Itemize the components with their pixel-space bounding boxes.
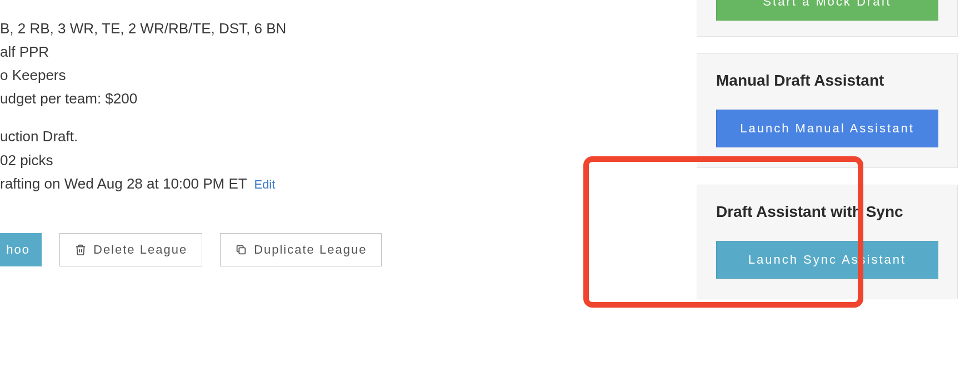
launch-manual-assistant-button[interactable]: Launch Manual Assistant (716, 110, 938, 147)
sync-assistant-panel: Draft Assistant with Sync Launch Sync As… (697, 185, 958, 299)
league-settings-list: B, 2 RB, 3 WR, TE, 2 WR/RB/TE, DST, 6 BN… (0, 17, 556, 195)
edit-draft-time-link[interactable]: Edit (254, 177, 275, 191)
manual-assistant-panel: Manual Draft Assistant Launch Manual Ass… (697, 53, 958, 168)
draft-picks-line: 02 picks (0, 149, 556, 172)
delete-league-label: Delete League (93, 243, 187, 257)
mock-draft-panel: Start a Mock Draft (697, 0, 958, 37)
svg-rect-0 (239, 248, 245, 254)
draft-time-line: rafting on Wed Aug 28 at 10:00 PM ET Edi… (0, 172, 556, 195)
duplicate-league-label: Duplicate League (254, 243, 367, 257)
yahoo-button-label: hoo (6, 243, 30, 257)
roster-line: B, 2 RB, 3 WR, TE, 2 WR/RB/TE, DST, 6 BN (0, 17, 556, 40)
launch-sync-assistant-button[interactable]: Launch Sync Assistant (716, 241, 938, 279)
duplicate-league-button[interactable]: Duplicate League (220, 233, 382, 266)
duplicate-icon (235, 243, 247, 256)
yahoo-button[interactable]: hoo (0, 233, 42, 266)
delete-league-button[interactable]: Delete League (59, 233, 202, 266)
manual-assistant-title: Manual Draft Assistant (716, 72, 938, 90)
budget-line: udget per team: $200 (0, 87, 556, 110)
keepers-line: o Keepers (0, 63, 556, 87)
sync-assistant-title: Draft Assistant with Sync (716, 203, 938, 221)
scoring-line: alf PPR (0, 40, 556, 63)
action-button-row: hoo Delete League Duplicate League (0, 233, 556, 266)
start-mock-draft-button[interactable]: Start a Mock Draft (716, 0, 938, 21)
draft-time-text: rafting on Wed Aug 28 at 10:00 PM ET (0, 175, 247, 192)
trash-icon (74, 243, 87, 256)
draft-type-line: uction Draft. (0, 125, 556, 148)
